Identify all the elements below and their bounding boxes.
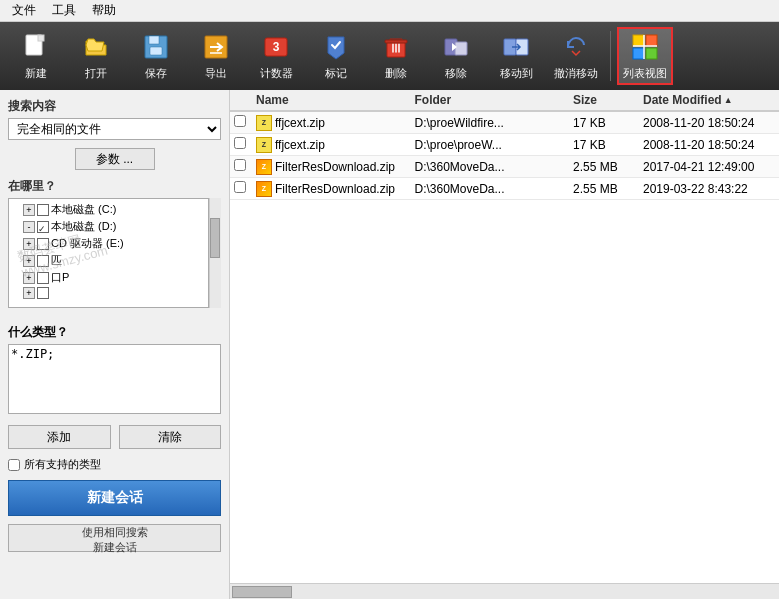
h-scroll-thumb[interactable] bbox=[232, 586, 292, 598]
col-name-header[interactable]: Name bbox=[252, 93, 411, 107]
type-textarea[interactable]: *.ZIP; bbox=[8, 344, 221, 414]
row4-date: 2019-03-22 8:43:22 bbox=[639, 182, 779, 196]
row1-date: 2008-11-20 18:50:24 bbox=[639, 116, 779, 130]
search-label: 搜索内容 bbox=[8, 98, 221, 115]
listview-icon bbox=[629, 31, 661, 63]
tree-container[interactable]: + 本地磁盘 (C:) - 本地磁盘 (D:) + CD 驱动器 (E bbox=[8, 198, 209, 308]
table-row[interactable]: Z FilterResDownload.zip D:\360MoveDa... … bbox=[230, 156, 779, 178]
bottom-scrollbar[interactable] bbox=[230, 583, 779, 599]
expand-d[interactable]: - bbox=[23, 221, 35, 233]
type-section: 什么类型？ *.ZIP; bbox=[8, 324, 221, 417]
counter-button[interactable]: 3 计数器 bbox=[248, 27, 304, 85]
cancelmove-icon bbox=[560, 31, 592, 63]
tree-scrollbar[interactable] bbox=[209, 198, 221, 308]
row4-size: 2.55 MB bbox=[569, 182, 639, 196]
moveto-button[interactable]: 移动到 bbox=[488, 27, 544, 85]
expand-5[interactable]: + bbox=[23, 272, 35, 284]
row2-size: 17 KB bbox=[569, 138, 639, 152]
new-button[interactable]: 新建 bbox=[8, 27, 64, 85]
listview-button[interactable]: 列表视图 bbox=[617, 27, 673, 85]
row2-checkbox[interactable] bbox=[234, 137, 246, 149]
tree-label-e: CD 驱动器 (E:) bbox=[51, 236, 124, 251]
row3-file-icon: Z bbox=[256, 159, 272, 175]
svg-rect-4 bbox=[150, 47, 162, 55]
check-5[interactable] bbox=[37, 272, 49, 284]
tree-wrapper: + 本地磁盘 (C:) - 本地磁盘 (D:) + CD 驱动器 (E bbox=[8, 198, 221, 308]
svg-rect-1 bbox=[38, 35, 44, 41]
save-button[interactable]: 保存 bbox=[128, 27, 184, 85]
counter-icon: 3 bbox=[260, 31, 292, 63]
row1-check[interactable] bbox=[230, 115, 252, 130]
delete-icon bbox=[380, 31, 412, 63]
menu-help[interactable]: 帮助 bbox=[84, 0, 124, 21]
row4-folder: D:\360MoveDa... bbox=[411, 182, 570, 196]
expand-c[interactable]: + bbox=[23, 204, 35, 216]
check-e[interactable] bbox=[37, 238, 49, 250]
search-dropdown[interactable]: 完全相同的文件 bbox=[8, 118, 221, 140]
row3-checkbox[interactable] bbox=[234, 159, 246, 171]
svg-rect-17 bbox=[646, 48, 657, 59]
toolbar: 新建 打开 保存 导出 3 计数器 标记 bbox=[0, 22, 779, 90]
row2-check[interactable] bbox=[230, 137, 252, 152]
row2-folder: D:\proe\proeW... bbox=[411, 138, 570, 152]
row4-checkbox[interactable] bbox=[234, 181, 246, 193]
menu-file[interactable]: 文件 bbox=[4, 0, 44, 21]
tree-item-c[interactable]: + 本地磁盘 (C:) bbox=[11, 201, 206, 218]
tree-scroll-thumb[interactable] bbox=[210, 218, 220, 258]
svg-rect-3 bbox=[149, 36, 159, 44]
file-table: Z ffjcext.zip D:\proeWildfire... 17 KB 2… bbox=[230, 112, 779, 583]
tree-item-e[interactable]: + CD 驱动器 (E:) bbox=[11, 235, 206, 252]
move-button[interactable]: 移除 bbox=[428, 27, 484, 85]
row1-checkbox[interactable] bbox=[234, 115, 246, 127]
table-row[interactable]: Z FilterResDownload.zip D:\360MoveDa... … bbox=[230, 178, 779, 200]
check-c[interactable] bbox=[37, 204, 49, 216]
clear-button[interactable]: 清除 bbox=[119, 425, 222, 449]
row3-folder: D:\360MoveDa... bbox=[411, 160, 570, 174]
main-container: 搜索内容 完全相同的文件 参数 ... 在哪里？ + 本地磁盘 (C:) bbox=[0, 90, 779, 599]
col-date-header[interactable]: Date Modified ▲ bbox=[639, 93, 779, 107]
use-similar-line2: 新建会话 bbox=[9, 540, 220, 555]
check-4[interactable] bbox=[37, 255, 49, 267]
check-6[interactable] bbox=[37, 287, 49, 299]
cancelmove-button[interactable]: 撤消移动 bbox=[548, 27, 604, 85]
expand-e[interactable]: + bbox=[23, 238, 35, 250]
tree-item-5[interactable]: + 口P bbox=[11, 269, 206, 286]
col-size-header[interactable]: Size bbox=[569, 93, 639, 107]
use-similar-button[interactable]: 使用相同搜索 新建会话 bbox=[8, 524, 221, 552]
row4-check[interactable] bbox=[230, 181, 252, 196]
open-button[interactable]: 打开 bbox=[68, 27, 124, 85]
row1-name: Z ffjcext.zip bbox=[252, 115, 411, 131]
search-section: 搜索内容 完全相同的文件 bbox=[8, 98, 221, 140]
row3-size: 2.55 MB bbox=[569, 160, 639, 174]
check-d[interactable] bbox=[37, 221, 49, 233]
tree-item-4[interactable]: + 匹 bbox=[11, 252, 206, 269]
tree-label-4: 匹 bbox=[51, 253, 62, 268]
svg-rect-14 bbox=[633, 35, 644, 46]
new-session-button[interactable]: 新建会话 bbox=[8, 480, 221, 516]
expand-6[interactable]: + bbox=[23, 287, 35, 299]
mark-icon bbox=[320, 31, 352, 63]
export-button[interactable]: 导出 bbox=[188, 27, 244, 85]
export-icon bbox=[200, 31, 232, 63]
tree-item-6[interactable]: + bbox=[11, 286, 206, 300]
table-row[interactable]: Z ffjcext.zip D:\proe\proeW... 17 KB 200… bbox=[230, 134, 779, 156]
table-row[interactable]: Z ffjcext.zip D:\proeWildfire... 17 KB 2… bbox=[230, 112, 779, 134]
row2-name: Z ffjcext.zip bbox=[252, 137, 411, 153]
use-similar-line1: 使用相同搜索 bbox=[9, 525, 220, 540]
add-button[interactable]: 添加 bbox=[8, 425, 111, 449]
tree-label-d: 本地磁盘 (D:) bbox=[51, 219, 116, 234]
params-button[interactable]: 参数 ... bbox=[75, 148, 155, 170]
row3-check[interactable] bbox=[230, 159, 252, 174]
where-section: 在哪里？ + 本地磁盘 (C:) - 本地磁盘 (D:) bbox=[8, 178, 221, 308]
tree-label-c: 本地磁盘 (C:) bbox=[51, 202, 116, 217]
expand-4[interactable]: + bbox=[23, 255, 35, 267]
delete-button[interactable]: 删除 bbox=[368, 27, 424, 85]
all-types-checkbox[interactable] bbox=[8, 459, 20, 471]
new-icon bbox=[20, 31, 52, 63]
menu-tools[interactable]: 工具 bbox=[44, 0, 84, 21]
tree-item-d[interactable]: - 本地磁盘 (D:) bbox=[11, 218, 206, 235]
svg-text:3: 3 bbox=[273, 40, 280, 54]
mark-button[interactable]: 标记 bbox=[308, 27, 364, 85]
row1-folder: D:\proeWildfire... bbox=[411, 116, 570, 130]
col-folder-header[interactable]: Folder bbox=[411, 93, 570, 107]
